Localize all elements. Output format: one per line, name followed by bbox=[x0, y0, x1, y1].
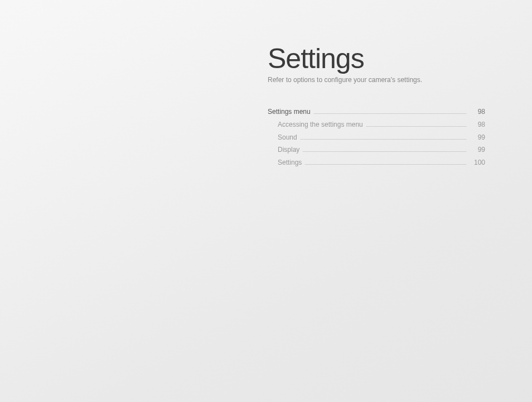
page-title: Settings bbox=[268, 45, 513, 73]
dot-leader bbox=[305, 160, 466, 165]
toc-page-number: 99 bbox=[470, 133, 485, 142]
table-of-contents: Settings menu 98 Accessing the settings … bbox=[268, 107, 485, 168]
page-subtitle: Refer to options to configure your camer… bbox=[268, 76, 513, 84]
toc-label: Display bbox=[278, 145, 299, 155]
page-content: Settings Refer to options to configure y… bbox=[268, 45, 513, 171]
toc-page-number: 98 bbox=[470, 120, 485, 130]
toc-entry-sub[interactable]: Sound 99 bbox=[268, 133, 485, 142]
dot-leader bbox=[303, 147, 466, 152]
toc-entry-sub[interactable]: Accessing the settings menu 98 bbox=[268, 120, 485, 130]
toc-label: Sound bbox=[278, 133, 297, 142]
toc-page-number: 98 bbox=[470, 107, 485, 117]
toc-entry-main[interactable]: Settings menu 98 bbox=[268, 107, 485, 117]
toc-entry-sub[interactable]: Display 99 bbox=[268, 145, 485, 155]
dot-leader bbox=[314, 109, 466, 114]
toc-label: Accessing the settings menu bbox=[278, 120, 363, 130]
toc-label: Settings menu bbox=[268, 107, 311, 117]
toc-page-number: 100 bbox=[470, 158, 485, 168]
toc-entry-sub[interactable]: Settings 100 bbox=[268, 158, 485, 168]
dot-leader bbox=[366, 122, 466, 127]
toc-label: Settings bbox=[278, 158, 302, 168]
toc-page-number: 99 bbox=[470, 145, 485, 155]
dot-leader bbox=[301, 135, 466, 139]
